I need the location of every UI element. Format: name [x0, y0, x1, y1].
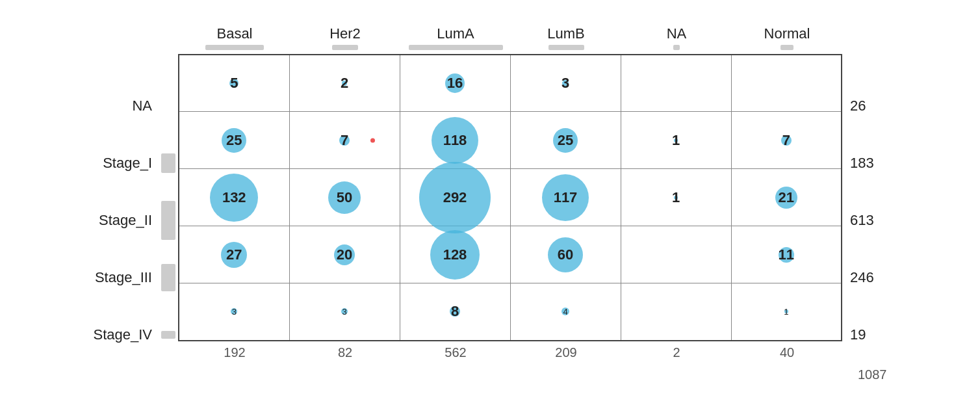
cell-value: 4	[563, 307, 567, 317]
table-cell: 117	[510, 169, 621, 226]
table-row: 13250292117121	[179, 169, 842, 226]
row-bar-container	[159, 306, 178, 363]
table-cell: 60	[510, 226, 621, 283]
col-total: 82	[290, 341, 400, 360]
cell-value: 117	[554, 189, 578, 206]
cell-inner: 21	[732, 169, 842, 226]
table-cell: 4	[510, 283, 621, 341]
row-bar-container	[159, 135, 178, 192]
table-cell: 1	[621, 112, 731, 169]
row-total: 613	[850, 192, 887, 249]
cell-inner: 2	[290, 55, 400, 112]
cell-value: 2	[341, 75, 348, 92]
cell-inner: 3	[511, 55, 621, 112]
cell-inner: 3	[179, 283, 289, 340]
table-cell: 20	[289, 226, 400, 283]
col-header-bar	[332, 45, 358, 50]
table-cell	[731, 55, 842, 112]
cell-inner	[621, 283, 731, 340]
col-total: 40	[732, 341, 842, 360]
cell-inner	[621, 55, 731, 112]
table-row: 27201286011	[179, 226, 842, 283]
row-label-stage_iv: Stage_IV	[93, 306, 178, 363]
table-cell: 7	[731, 112, 842, 169]
table-cell: 1	[621, 169, 731, 226]
cell-inner: 5	[179, 55, 289, 112]
col-header-bar	[409, 45, 503, 50]
row-total: 19	[850, 306, 887, 363]
cell-value: 20	[337, 246, 352, 263]
cell-value: 3	[561, 75, 569, 92]
col-header-luma: LumA	[400, 25, 511, 51]
cell-value: 60	[558, 246, 573, 263]
cell-inner: 25	[511, 112, 621, 168]
table-cell: 27	[179, 226, 289, 283]
row-label-text: Stage_II	[94, 212, 159, 229]
cell-value: 25	[226, 132, 242, 149]
row-total: 183	[850, 135, 887, 192]
cell-value: 1	[672, 132, 680, 149]
col-header-bar	[205, 45, 264, 50]
table-cell: 7	[289, 112, 400, 169]
table-cell: 21	[731, 169, 842, 226]
table-cell: 3	[179, 283, 289, 341]
table-cell: 3	[510, 55, 621, 112]
row-bar-container	[159, 192, 178, 249]
row-label-text: NA	[94, 98, 159, 114]
cell-inner: 25	[179, 112, 289, 168]
cell-inner: 1	[621, 169, 731, 226]
table-cell: 50	[289, 169, 400, 226]
cell-value: 132	[222, 189, 246, 206]
cell-inner: 60	[511, 226, 621, 283]
row-bar	[161, 264, 175, 291]
col-header-label: LumA	[437, 25, 474, 42]
cell-inner: 11	[732, 226, 842, 283]
cell-value: 27	[226, 246, 242, 263]
row-label-stage_ii: Stage_II	[94, 192, 178, 249]
table-cell: 3	[289, 283, 400, 341]
col-header-label: Normal	[764, 25, 810, 42]
table-cell: 118	[400, 112, 510, 169]
table-cell: 8	[400, 283, 510, 341]
table-cell: 25	[510, 112, 621, 169]
chart-container: NA Stage_I Stage_II Stage_III Stage_IV B…	[73, 12, 906, 395]
col-header-label: Basal	[216, 25, 252, 42]
col-header-label: Her2	[329, 25, 361, 42]
cell-value: 8	[451, 303, 459, 320]
table-row: 2571182517	[179, 112, 842, 169]
table-cell: 128	[400, 226, 510, 283]
cell-value: 16	[447, 75, 463, 92]
cell-inner: 1	[732, 283, 842, 340]
row-bar	[161, 153, 175, 173]
cell-value: 292	[443, 189, 467, 206]
cell-inner	[732, 55, 842, 112]
row-label-text: Stage_IV	[93, 326, 159, 343]
row-bar	[161, 201, 175, 240]
cell-inner: 7	[290, 112, 400, 168]
col-header-normal: Normal	[732, 25, 842, 51]
cell-inner: 117	[511, 169, 621, 226]
table-cell	[621, 226, 731, 283]
table-cell: 1	[731, 283, 842, 341]
cell-value: 5	[230, 75, 238, 92]
col-header-lumb: LumB	[511, 25, 621, 51]
table-cell: 16	[400, 55, 510, 112]
cell-value: 3	[232, 307, 237, 317]
row-bar-container	[159, 249, 178, 306]
row-label-na: NA	[94, 77, 178, 135]
cell-inner: 292	[400, 169, 510, 226]
cell-inner: 27	[179, 226, 289, 283]
cell-value: 128	[443, 246, 467, 263]
table-row: 52163	[179, 55, 842, 112]
cell-value: 11	[779, 246, 794, 263]
col-header-label: NA	[667, 25, 687, 42]
cell-value: 50	[337, 189, 352, 206]
cell-inner: 8	[400, 283, 510, 340]
table-cell: 25	[179, 112, 289, 169]
cell-inner: 16	[400, 55, 510, 112]
cell-value: 3	[342, 307, 346, 317]
data-table: 5216325711825171325029211712127201286011…	[178, 54, 842, 341]
grid-area: Basal Her2 LumA LumB NA Normal 521632571…	[178, 25, 842, 360]
col-header-label: LumB	[547, 25, 584, 42]
row-bar-container	[159, 77, 178, 135]
